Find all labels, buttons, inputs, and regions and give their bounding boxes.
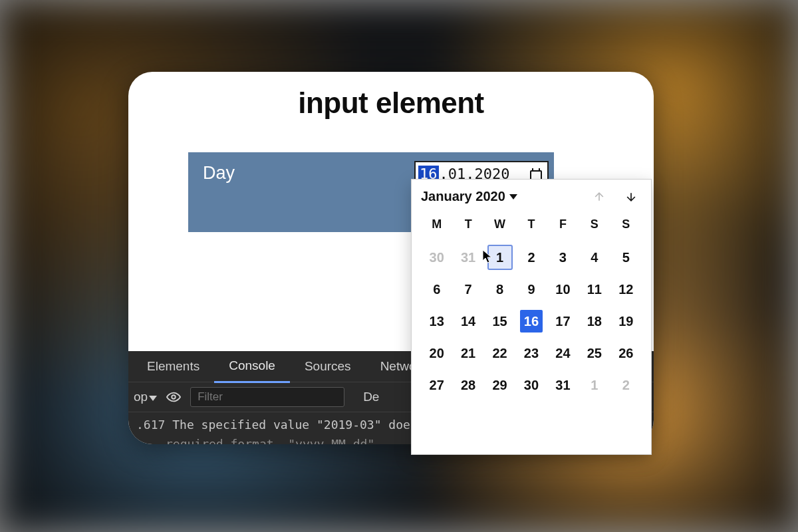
filter-input[interactable]	[190, 387, 344, 407]
day-of-week-header: M	[421, 213, 452, 238]
date-picker: January 2020 MTWTFSS30311234567891011121…	[411, 179, 652, 455]
calendar-day[interactable]: 11	[579, 277, 610, 302]
console-timestamp: .617	[136, 418, 165, 432]
calendar-day[interactable]: 7	[452, 277, 483, 302]
calendar-day[interactable]: 20	[421, 340, 452, 366]
day-of-week-header: T	[452, 213, 483, 238]
calendar-day[interactable]: 17	[547, 309, 579, 334]
calendar-day[interactable]: 26	[610, 340, 642, 366]
chevron-down-icon	[149, 396, 157, 401]
calendar-day: 31	[452, 245, 483, 270]
month-select[interactable]: January 2020	[421, 189, 517, 204]
calendar-day[interactable]: 6	[421, 277, 452, 302]
day-of-week-header: S	[610, 213, 642, 238]
calendar-day[interactable]: 3	[547, 245, 579, 270]
calendar-day[interactable]: 5	[610, 245, 642, 270]
mouse-cursor	[482, 249, 493, 264]
calendar-day[interactable]: 23	[515, 340, 547, 366]
svg-point-0	[172, 395, 176, 399]
prev-month-button[interactable]	[593, 190, 606, 203]
calendar-day: 2	[610, 372, 642, 398]
tab-elements[interactable]: Elements	[132, 351, 214, 382]
toolbar-right-text: De	[363, 390, 379, 404]
calendar-day[interactable]: 8	[484, 277, 515, 302]
calendar-day[interactable]: 31	[547, 372, 579, 398]
tab-sources[interactable]: Sources	[290, 351, 366, 382]
calendar-day[interactable]: 4	[579, 245, 610, 270]
eye-icon[interactable]	[166, 390, 181, 404]
day-of-week-header: S	[579, 213, 610, 238]
calendar-day[interactable]: 13	[421, 309, 452, 334]
calendar-day[interactable]: 28	[452, 372, 483, 398]
page-title: input element	[128, 86, 654, 120]
calendar-day[interactable]: 16	[515, 309, 547, 334]
calendar-day[interactable]: 18	[579, 309, 610, 334]
month-label: January 2020	[421, 189, 505, 204]
calendar-day[interactable]: 12	[610, 277, 642, 302]
calendar-day[interactable]: 30	[515, 372, 547, 398]
calendar-day[interactable]: 29	[484, 372, 515, 398]
calendar-day: 30	[421, 245, 452, 270]
calendar-day[interactable]: 22	[484, 340, 515, 366]
calendar-day[interactable]: 2	[515, 245, 547, 270]
day-of-week-header: F	[547, 213, 579, 238]
chevron-down-icon	[509, 194, 517, 200]
tab-console[interactable]: Console	[214, 350, 290, 383]
day-of-week-header: T	[515, 213, 547, 238]
calendar-grid: MTWTFSS303112345678910111213141516171819…	[421, 213, 642, 398]
calendar-day[interactable]: 24	[547, 340, 579, 366]
calendar-day[interactable]: 19	[610, 309, 642, 334]
calendar-day[interactable]: 21	[452, 340, 483, 366]
calendar-day[interactable]: 25	[579, 340, 610, 366]
calendar-day[interactable]: 14	[452, 309, 483, 334]
calendar-day[interactable]: 27	[421, 372, 452, 398]
day-of-week-header: W	[484, 213, 515, 238]
calendar-day[interactable]: 10	[547, 277, 579, 302]
calendar-icon[interactable]	[530, 168, 542, 180]
date-picker-header: January 2020	[421, 189, 642, 204]
day-label: Day	[203, 163, 235, 184]
scope-select[interactable]: op	[134, 390, 157, 404]
next-month-button[interactable]	[624, 190, 638, 203]
calendar-day[interactable]: 9	[515, 277, 547, 302]
calendar-day: 1	[579, 372, 610, 398]
calendar-day[interactable]: 15	[484, 309, 515, 334]
